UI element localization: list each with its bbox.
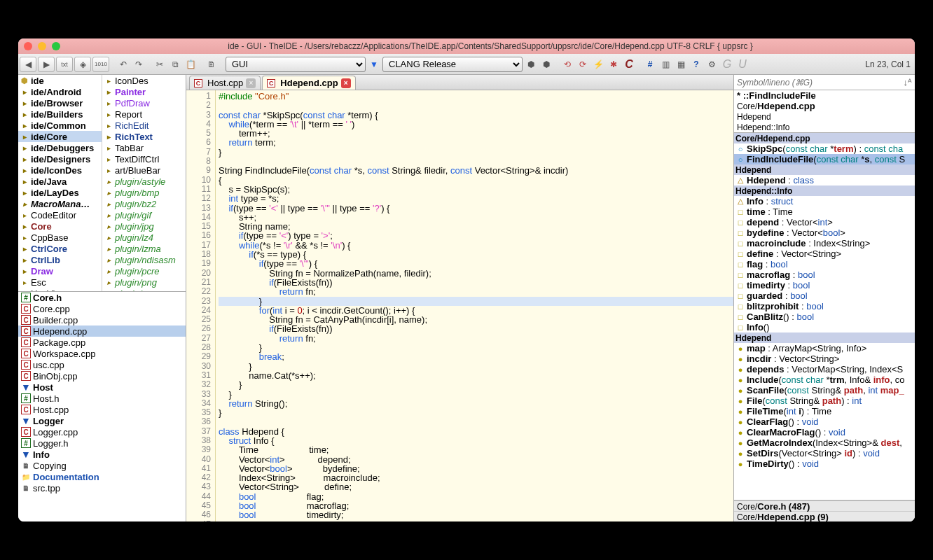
outline-item[interactable]: File(const String& path) : int: [734, 396, 915, 406]
outline-header[interactable]: Hdepend: [734, 332, 915, 343]
package-item[interactable]: RichText: [102, 131, 186, 142]
nav-item[interactable]: Hdepend::Info: [734, 122, 915, 132]
file-item[interactable]: CHost.cpp: [18, 404, 186, 415]
nav-back-button[interactable]: ◀: [20, 57, 36, 72]
outline-item[interactable]: define : Vector<String>: [734, 248, 915, 259]
run-icon[interactable]: ⚡: [591, 57, 605, 72]
outline-item[interactable]: time : Time: [734, 206, 915, 217]
g-icon[interactable]: G: [720, 57, 734, 72]
package-item[interactable]: PdfDraw: [102, 97, 186, 108]
package-item[interactable]: Esc: [18, 276, 102, 288]
outline-item[interactable]: depend : Vector<int>: [734, 217, 915, 227]
package-item[interactable]: ide/IconDes: [18, 164, 102, 176]
build-all-icon[interactable]: ⟲: [560, 57, 574, 72]
nav-list[interactable]: * ::FindIncludeFileCore/Hdepend.cppHdepe…: [734, 90, 915, 133]
package-item[interactable]: ide/Java: [18, 176, 102, 187]
editor-tab[interactable]: CHdepend.cpp×: [262, 76, 355, 90]
package-item[interactable]: ide/Builders: [18, 108, 102, 120]
file-item[interactable]: CPackage.cpp: [18, 337, 186, 348]
code-editor[interactable]: 1234567891011121314151617181920212223242…: [186, 90, 733, 522]
outline-item[interactable]: bydefine : Vector<bool>: [734, 227, 915, 238]
status-row[interactable]: Core/Core.h (487): [734, 500, 915, 511]
package-item[interactable]: MacroMana…: [18, 198, 102, 209]
close-button[interactable]: [24, 42, 32, 50]
outline-item[interactable]: timedirty : bool: [734, 280, 915, 290]
outline-item[interactable]: Info : struct: [734, 196, 915, 206]
file-item[interactable]: #Host.h: [18, 393, 186, 404]
main-config-combo[interactable]: GUI: [226, 57, 366, 72]
file-item[interactable]: CWorkspace.cpp: [18, 348, 186, 359]
package-item[interactable]: plugin/ndisasm: [102, 254, 186, 265]
file-list[interactable]: #Core.hCCore.cppCBuilder.cppCHdepend.cpp…: [18, 292, 186, 522]
terminal-icon[interactable]: ▥: [658, 57, 672, 72]
outline-item[interactable]: FileTime(int i) : Time: [734, 406, 915, 416]
symbol-search-input[interactable]: [734, 78, 901, 88]
outline-item[interactable]: ScanFile(const String& path, int map_: [734, 385, 915, 396]
build-config-combo[interactable]: CLANG Release: [382, 57, 523, 72]
file-item[interactable]: 🗎src.tpp: [18, 482, 186, 493]
package-item[interactable]: ide/LayDes: [18, 187, 102, 198]
file-item[interactable]: CBinObj.cpp: [18, 370, 186, 382]
package-item[interactable]: plugin/jpg: [102, 220, 186, 232]
outline-item[interactable]: incdir : Vector<String>: [734, 354, 915, 364]
package-item[interactable]: ide: [18, 75, 102, 86]
package-item[interactable]: ide/Debuggers: [18, 142, 102, 153]
status-row[interactable]: Core/Hdepend.cpp (9): [734, 511, 915, 522]
copy-button[interactable]: ⧉: [168, 57, 182, 72]
outline-item[interactable]: GetMacroIndex(Index<String>& dest,: [734, 438, 915, 448]
package-item[interactable]: Painter: [102, 86, 186, 97]
package-item[interactable]: IconDes: [102, 75, 186, 86]
outline-item[interactable]: ClearMacroFlag() : void: [734, 427, 915, 438]
package-item[interactable]: plugin/lzma: [102, 243, 186, 254]
package-item[interactable]: TextDiffCtrl: [102, 153, 186, 164]
compile-icon[interactable]: C: [622, 57, 636, 72]
outline-item[interactable]: map : ArrayMap<String, Info>: [734, 343, 915, 354]
package-item[interactable]: Report: [102, 108, 186, 120]
build-method-icon[interactable]: ⬢: [539, 57, 553, 72]
zoom-button[interactable]: [52, 42, 60, 50]
outline-header[interactable]: Hdepend: [734, 164, 915, 175]
package-item[interactable]: plugin/astyle: [102, 176, 186, 187]
package-item[interactable]: plugin/bmp: [102, 187, 186, 198]
nav-item[interactable]: Hdepend: [734, 111, 915, 122]
hex-button[interactable]: ◈: [74, 57, 91, 72]
package-item[interactable]: plugin/png: [102, 276, 186, 288]
package-item[interactable]: plugin/z: [102, 288, 186, 291]
package-list-right[interactable]: IconDesPainterPdfDrawReportRichEditRichT…: [102, 75, 186, 291]
undo-button[interactable]: ↶: [116, 57, 130, 72]
cut-button[interactable]: ✂: [153, 57, 167, 72]
file-item[interactable]: ▼Host: [18, 382, 186, 393]
outline-item[interactable]: Include(const char *trm, Info& info, co: [734, 374, 915, 385]
outline-item[interactable]: Hdepend : class: [734, 175, 915, 186]
tool-icon[interactable]: ⚙: [705, 57, 719, 72]
file-item[interactable]: ▼Info: [18, 449, 186, 460]
package-item[interactable]: art/BlueBar: [102, 164, 186, 176]
editor-tab[interactable]: CHost.cpp×: [189, 76, 261, 90]
outline-list[interactable]: Core/Hdepend.cpp○SkipSpc(const char *ter…: [734, 133, 915, 500]
binary-button[interactable]: 1010: [92, 57, 109, 72]
outline-item[interactable]: depends : VectorMap<String, Index<S: [734, 364, 915, 374]
package-item[interactable]: Core: [18, 220, 102, 232]
package-item[interactable]: HexView: [18, 288, 102, 291]
package-item[interactable]: CtrlLib: [18, 254, 102, 265]
package-item[interactable]: ide/Core: [18, 131, 102, 142]
outline-item[interactable]: ○FindIncludeFile(const char *s, const S: [734, 154, 915, 164]
find-button[interactable]: 🗎: [205, 57, 219, 72]
package-item[interactable]: CodeEditor: [18, 209, 102, 220]
outline-item[interactable]: Info(): [734, 322, 915, 332]
file-item[interactable]: CHdepend.cpp: [18, 326, 186, 337]
nav-item[interactable]: Core/Hdepend.cpp: [734, 101, 915, 111]
package-item[interactable]: Draw: [18, 265, 102, 276]
sort-icon[interactable]: ↓ᴬ: [901, 77, 915, 88]
outline-item[interactable]: macroflag : bool: [734, 270, 915, 280]
outline-header[interactable]: Core/Hdepend.cpp: [734, 133, 915, 144]
outline-item[interactable]: ○SkipSpc(const char *term) : const cha: [734, 144, 915, 154]
outline-item[interactable]: ClearFlag() : void: [734, 416, 915, 427]
file-item[interactable]: #Core.h: [18, 292, 186, 303]
hash-icon[interactable]: #: [643, 57, 657, 72]
package-item[interactable]: ide/Browser: [18, 97, 102, 108]
outline-item[interactable]: TimeDirty() : void: [734, 458, 915, 469]
package-icon[interactable]: ⬢: [524, 57, 538, 72]
outline-item[interactable]: SetDirs(Vector<String> id) : void: [734, 448, 915, 458]
package-item[interactable]: plugin/pcre: [102, 265, 186, 276]
